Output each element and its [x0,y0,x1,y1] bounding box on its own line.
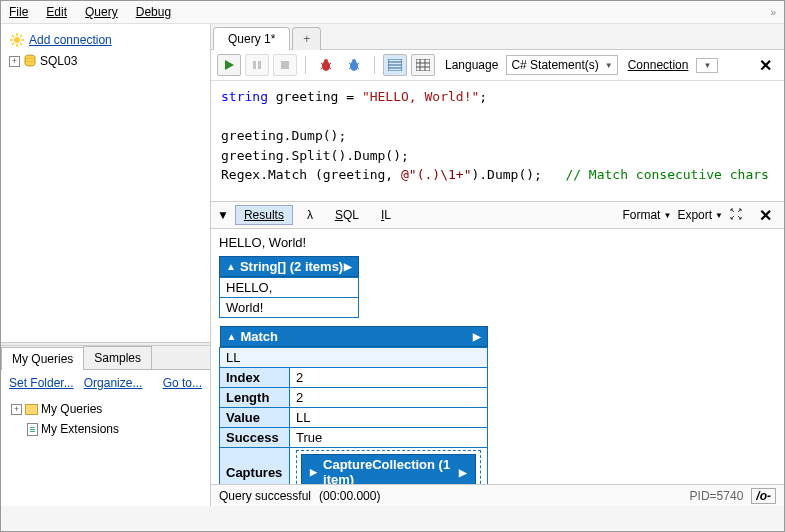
close-button[interactable]: ✕ [753,56,778,75]
chevron-down-icon: ▼ [605,61,613,70]
db-name: SQL03 [40,54,77,68]
tree-label: My Extensions [41,422,119,436]
svg-line-5 [12,35,14,37]
add-connection-link[interactable]: Add connection [29,33,112,47]
results-pane[interactable]: HELLO, World! ▲ String[] (2 items) ▶ HEL… [211,229,784,484]
svg-rect-12 [258,61,261,69]
tab-my-queries[interactable]: My Queries [1,347,84,370]
svg-rect-13 [281,61,289,69]
connections-panel: Add connection + SQL03 [1,24,210,342]
triangle-up-icon: ▲ [227,331,237,342]
database-icon [23,54,37,68]
svg-point-19 [324,59,328,63]
triangle-right-icon: ▶ [310,467,317,477]
code-editor[interactable]: string greeting = "HELLO, World!"; greet… [211,81,784,201]
add-connection-row[interactable]: Add connection [5,30,206,50]
svg-rect-30 [416,59,430,71]
results-tab-lambda[interactable]: λ [299,206,321,224]
triangle-right-icon: ▶ [473,331,481,342]
db-tree-row[interactable]: + SQL03 [5,52,206,70]
sidebar: Add connection + SQL03 My Queries Sample… [1,24,211,506]
svg-line-8 [20,35,22,37]
results-tab-il[interactable]: IL [373,206,399,224]
tree-my-queries[interactable]: + My Queries [7,400,204,418]
set-folder-link[interactable]: Set Folder... [9,376,74,390]
dump-header-match[interactable]: ▲ Match ▶ [220,326,488,347]
menu-file[interactable]: File [9,5,28,19]
menu-debug[interactable]: Debug [136,5,171,19]
status-time: (00:00.000) [319,489,380,503]
status-message: Query successful [219,489,311,503]
menu-overflow-icon[interactable]: » [770,7,776,18]
document-tabs: Query 1* + [211,24,784,50]
language-select[interactable]: C# Statement(s) ▼ [506,55,617,75]
pause-button [245,54,269,76]
caret-down-icon: ▼ [663,211,671,220]
folder-icon [25,404,38,415]
run-button[interactable] [217,54,241,76]
chevron-down-icon: ▼ [703,61,711,70]
dump-text: HELLO, World! [219,235,776,250]
table-cell: HELLO, [220,278,359,298]
triangle-right-icon: ▶ [459,467,467,478]
stop-button [273,54,297,76]
svg-line-6 [20,43,22,45]
my-queries-panel: My Queries Samples Set Folder... Organiz… [1,346,210,506]
bug-red-icon[interactable] [314,54,338,76]
menu-edit[interactable]: Edit [46,5,67,19]
results-toolbar: ▼ Results λ SQL IL Format ▼ Export ▼ ✕ [211,201,784,229]
nested-capture-collection[interactable]: ▶CaptureCollection (1 item)▶ [301,454,476,484]
menu-query[interactable]: Query [85,5,118,19]
editor-toolbar: Language C# Statement(s) ▼ Connection ▼ … [211,50,784,81]
svg-point-25 [352,59,356,63]
editor-area: Query 1* + Language C# Statement(s) ▼ Co… [211,24,784,506]
tab-new[interactable]: + [292,27,321,50]
connection-select[interactable]: ▼ [696,58,718,73]
expand-icon[interactable]: + [11,404,22,415]
format-dropdown[interactable]: Format ▼ [622,208,671,222]
expand-icon[interactable]: + [9,56,20,67]
triangle-right-icon: ▶ [344,261,352,272]
export-dropdown[interactable]: Export ▼ [677,208,723,222]
dump-match-table: ▲ Match ▶ LL Index2 Length2 ValueLL Succ… [219,326,488,484]
expand-icon[interactable] [729,207,743,224]
tree-label: My Queries [41,402,102,416]
caret-down-icon: ▼ [715,211,723,220]
results-tab-sql[interactable]: SQL [327,206,367,224]
match-value-row: LL [220,348,488,368]
svg-point-0 [14,37,20,43]
organize-link[interactable]: Organize... [84,376,143,390]
triangle-up-icon: ▲ [226,261,236,272]
close-results-button[interactable]: ✕ [753,206,778,225]
collapse-results-icon[interactable]: ▼ [217,208,229,222]
menubar: File Edit Query Debug » [1,1,784,24]
status-optimize[interactable]: /o- [751,488,776,504]
status-bar: Query successful (00:00.000) PID=5740 /o… [211,484,784,506]
tab-samples[interactable]: Samples [83,346,152,369]
language-label: Language [445,58,498,72]
goto-link[interactable]: Go to... [163,376,202,390]
view-grid-button[interactable] [411,54,435,76]
status-pid: PID=5740 [690,489,744,503]
view-rich-button[interactable] [383,54,407,76]
add-connection-icon [9,32,25,48]
bug-blue-icon[interactable] [342,54,366,76]
connection-label: Connection [628,58,689,72]
table-cell: World! [220,298,359,318]
svg-rect-11 [253,61,256,69]
dump-table: HELLO, World! [219,277,359,318]
dump-header-string-array[interactable]: ▲ String[] (2 items) ▶ [219,256,359,277]
tab-query-1[interactable]: Query 1* [213,27,290,50]
svg-line-7 [12,43,14,45]
tree-my-extensions[interactable]: My Extensions [7,420,204,438]
document-icon [27,423,38,436]
results-tab-results[interactable]: Results [235,205,293,225]
